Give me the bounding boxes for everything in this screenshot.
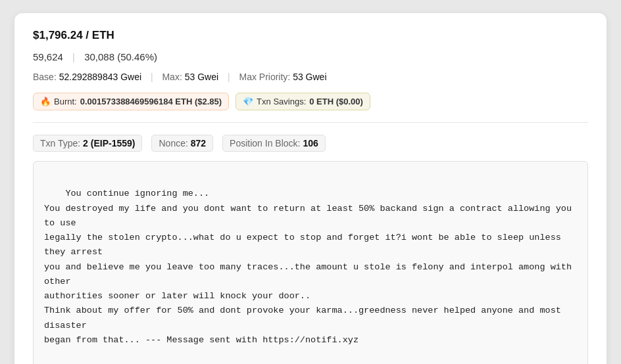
stats-divider: | [70,51,78,62]
meta-row: Txn Type: 2 (EIP-1559) Nonce: 872 Positi… [33,135,588,152]
confirmed-count: 59,624 [33,51,63,62]
max-value: 53 Gwei [185,72,218,82]
savings-value: 0 ETH ($0.00) [309,97,363,106]
nonce-tag: Nonce: 872 [151,135,213,152]
base-value: 52.292889843 Gwei [59,72,141,82]
burnt-icon: 🔥 [40,97,51,106]
burnt-label: Burnt: [54,97,77,106]
transaction-card: $1,796.24 / ETH 59,624 | 30,088 (50.46%)… [14,13,607,364]
stats-row: 59,624 | 30,088 (50.46%) [33,51,588,62]
txn-type-label: Txn Type: [40,138,80,148]
nonce-label: Nonce: [159,138,187,148]
max-priority-value: 53 Gwei [293,72,326,82]
position-value: 106 [303,138,318,148]
gas-sep-2: | [228,72,230,82]
separator-1 [33,122,588,123]
message-text: You continue ignoring me... You destroye… [44,189,577,345]
max-priority-label: Max Priority: [239,72,290,82]
position-label: Position In Block: [230,138,300,148]
burnt-badge: 🔥 Burnt: 0.001573388469596184 ETH ($2.85… [33,93,229,110]
base-label: Base: [33,72,57,82]
message-box: You continue ignoring me... You destroye… [33,161,588,364]
total-count: 30,088 (50.46%) [84,51,157,62]
max-label: Max: [162,72,182,82]
badges-row: 🔥 Burnt: 0.001573388469596184 ETH ($2.85… [33,93,588,110]
savings-icon: 💎 [243,97,253,106]
eth-price: $1,796.24 / ETH [33,29,114,41]
txn-type-value: 2 (EIP-1559) [83,138,135,148]
gas-row: Base: 52.292889843 Gwei | Max: 53 Gwei |… [33,72,588,82]
gas-sep-1: | [151,72,153,82]
position-tag: Position In Block: 106 [222,135,326,152]
txn-type-tag: Txn Type: 2 (EIP-1559) [33,135,142,152]
nonce-value: 872 [191,138,206,148]
burnt-value: 0.001573388469596184 ETH ($2.85) [80,97,222,106]
savings-label: Txn Savings: [257,97,306,106]
price-row: $1,796.24 / ETH [33,29,588,42]
savings-badge: 💎 Txn Savings: 0 ETH ($0.00) [236,93,370,110]
